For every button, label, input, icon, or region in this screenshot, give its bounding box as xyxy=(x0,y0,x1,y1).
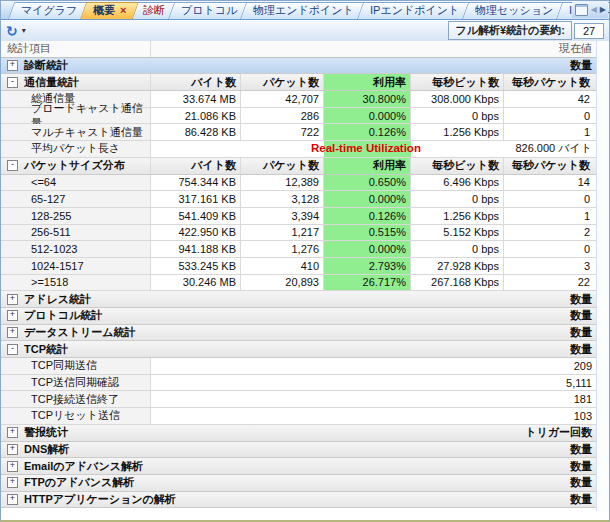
value-cell: 0.000% xyxy=(324,241,411,257)
section-row[interactable]: +DNS解析数量 xyxy=(1,442,596,459)
row-label-cell: ブロードキャスト通信量 xyxy=(1,108,151,124)
value-cell: Real-time Utilization826.000 バイト xyxy=(151,141,596,157)
section-spacer xyxy=(91,291,570,307)
expand-icon[interactable]: + xyxy=(7,444,18,455)
expand-icon[interactable]: + xyxy=(7,327,18,338)
table-row[interactable]: TCPリセット送信103 xyxy=(1,408,596,425)
section-label-cell: -パケットサイズ分布 xyxy=(1,158,151,174)
value-cell: 0.000% xyxy=(324,191,411,207)
section-unit-label: 数量 xyxy=(570,475,596,491)
expand-icon[interactable]: + xyxy=(7,461,18,472)
row-label-cell: TCP同期送信 xyxy=(1,358,151,374)
table-row[interactable]: 1024-1517533.245 KB4102.793%27.928 Kbps3 xyxy=(1,258,596,275)
value-cell: 0 xyxy=(504,241,594,257)
value-cell: 30.246 MB xyxy=(151,275,241,291)
section-label-cell: +HTTPアプリケーションの解析 xyxy=(1,492,176,508)
close-icon[interactable]: × xyxy=(120,3,126,18)
section-label-cell: +診断統計 xyxy=(1,58,68,74)
tab-scroll-left-icon[interactable]: ◀ xyxy=(591,5,597,15)
tab-プロトコル[interactable]: プロトコル xyxy=(168,2,250,19)
table-row[interactable]: 128-255541.409 KB3,3940.126%1.256 Kbps1 xyxy=(1,208,596,225)
row-label-cell: TCPリセット送信 xyxy=(1,408,151,424)
row-label-cell: マルチキャスト通信量 xyxy=(1,124,151,140)
tab-label: 物理セッション xyxy=(475,3,553,18)
section-row[interactable]: +データストリーム統計数量 xyxy=(1,325,596,342)
table-row[interactable]: TCP送信同期確認5,111 xyxy=(1,375,596,392)
analysis-scope-label: フル解析¥統計の要約: xyxy=(448,21,572,40)
value-cell: 410 xyxy=(241,258,324,274)
value-cell: 0 bps xyxy=(411,241,504,257)
table-row[interactable]: 256-511422.950 KB1,2170.515%5.152 Kbps2 xyxy=(1,225,596,242)
section-row[interactable]: +アドレス統計数量 xyxy=(1,291,596,308)
section-row[interactable]: +プロトコル統計数量 xyxy=(1,308,596,325)
value-cell: 30.800% xyxy=(324,91,411,107)
value-cell: 42,707 xyxy=(241,91,324,107)
value-cell: 0 xyxy=(504,108,594,124)
value-cell: 1,276 xyxy=(241,241,324,257)
table-row[interactable]: TCP接続送信終了181 xyxy=(1,391,596,408)
section-spacer xyxy=(176,492,570,508)
refresh-icon[interactable]: ↻ xyxy=(6,24,18,38)
tab-list-icon[interactable] xyxy=(575,4,588,16)
tab-物理エンドポイント[interactable]: 物理エンドポイント xyxy=(240,2,367,19)
section-label-cell: +Emailのアドバンス解析 xyxy=(1,458,143,474)
section-label: HTTPアプリケーションの解析 xyxy=(24,492,176,507)
expand-icon[interactable]: + xyxy=(7,294,18,305)
section-spacer xyxy=(68,425,525,441)
table-row[interactable]: <=64754.344 KB12,3890.650%6.496 Kbps14 xyxy=(1,175,596,192)
section-row[interactable]: +診断統計数量 xyxy=(1,58,596,75)
expand-icon[interactable]: + xyxy=(7,427,18,438)
value-cell: 0.000% xyxy=(324,108,411,124)
collapse-icon[interactable]: - xyxy=(7,160,18,171)
table-row[interactable]: マルチキャスト通信量86.428 KB7220.126%1.256 Kbps1 xyxy=(1,124,596,141)
table-row[interactable]: TCP同期送信209 xyxy=(1,358,596,375)
section-label-cell: -TCP統計 xyxy=(1,341,68,357)
section-spacer xyxy=(68,341,570,357)
table-row[interactable]: >=151830.246 MB20,89326.717%267.168 Kbps… xyxy=(1,275,596,292)
section-row[interactable]: +HTTPアプリケーションの解析数量 xyxy=(1,492,596,509)
collapse-icon[interactable]: - xyxy=(7,344,18,355)
tab-物理セッション[interactable]: 物理セッション xyxy=(462,2,566,19)
table-row[interactable]: ブロードキャスト通信量21.086 KB2860.000%0 bps0 xyxy=(1,108,596,125)
value-cell: 533.245 KB xyxy=(151,258,241,274)
section-label-cell: +DNS解析 xyxy=(1,442,69,458)
section-unit-label: 数量 xyxy=(570,458,596,474)
value-cell: 3 xyxy=(504,258,594,274)
value-cell: 541.409 KB xyxy=(151,208,241,224)
table-row[interactable]: 512-1023941.188 KB1,2760.000%0 bps0 xyxy=(1,241,596,258)
value-cell: 0 xyxy=(504,191,594,207)
section-row[interactable]: +FTPのアドバンス解析数量 xyxy=(1,475,596,492)
section-column-header-row[interactable]: -パケットサイズ分布バイト数パケット数利用率毎秒ビット数毎秒パケット数 xyxy=(1,158,596,175)
tab-概要[interactable]: 概要× xyxy=(80,2,140,19)
vertical-scrollbar[interactable] xyxy=(596,41,610,511)
value-cell: 941.188 KB xyxy=(151,241,241,257)
section-column-header-row[interactable]: -通信量統計バイト数パケット数利用率毎秒ビット数毎秒パケット数 xyxy=(1,74,596,91)
section-label-cell: -通信量統計 xyxy=(1,74,151,90)
expand-icon[interactable]: + xyxy=(7,60,18,71)
value-cell: 42 xyxy=(504,91,594,107)
expand-icon[interactable]: + xyxy=(7,477,18,488)
section-row[interactable]: +Emailのアドバンス解析数量 xyxy=(1,458,596,475)
section-spacer xyxy=(143,458,570,474)
value-cell: 3,128 xyxy=(241,191,324,207)
value-cell: 3,394 xyxy=(241,208,324,224)
section-spacer xyxy=(134,475,570,491)
section-row[interactable]: -TCP統計数量 xyxy=(1,341,596,358)
section-label: Emailのアドバンス解析 xyxy=(24,459,143,474)
value-cell: 286 xyxy=(241,108,324,124)
table-row[interactable]: 65-127317.161 KB3,1280.000%0 bps0 xyxy=(1,191,596,208)
expand-icon[interactable]: + xyxy=(7,494,18,505)
value-text: 181 xyxy=(574,393,592,405)
value-cell: 181 xyxy=(151,391,596,407)
refresh-dropdown-icon[interactable]: ▾ xyxy=(22,26,26,35)
tab-IPエンドポイント[interactable]: IPエンドポイント xyxy=(357,2,472,19)
table-row[interactable]: 平均パケット長さReal-time Utilization826.000 バイト xyxy=(1,141,596,158)
tab-マイグラフ[interactable]: マイグラフ xyxy=(8,2,90,19)
expand-icon[interactable]: + xyxy=(7,310,18,321)
tab-scroll-right-icon[interactable]: ▶ xyxy=(600,5,606,15)
section-row[interactable]: +警报统计トリガー回数 xyxy=(1,425,596,442)
collapse-icon[interactable]: - xyxy=(7,77,18,88)
value-cell: 12,389 xyxy=(241,175,324,191)
section-spacer xyxy=(69,442,570,458)
value-text: 5,111 xyxy=(566,377,592,389)
